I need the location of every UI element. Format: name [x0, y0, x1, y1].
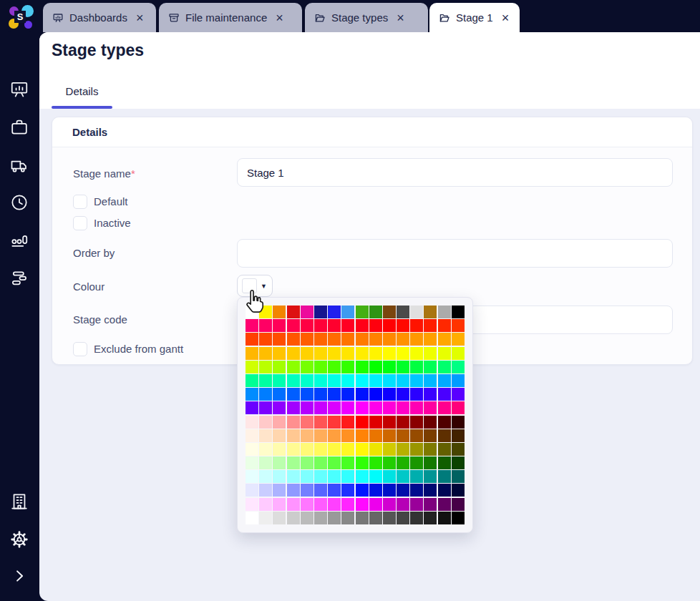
- palette-swatch[interactable]: [369, 333, 382, 346]
- palette-swatch[interactable]: [369, 498, 382, 511]
- palette-swatch[interactable]: [356, 388, 369, 401]
- palette-swatch[interactable]: [397, 512, 409, 524]
- palette-swatch[interactable]: [410, 319, 423, 332]
- palette-swatch[interactable]: [328, 416, 341, 429]
- default-checkbox[interactable]: [73, 195, 87, 209]
- palette-swatch[interactable]: [273, 429, 286, 442]
- palette-swatch[interactable]: [397, 401, 409, 414]
- palette-swatch[interactable]: [273, 306, 286, 318]
- palette-swatch[interactable]: [438, 319, 451, 332]
- palette-swatch[interactable]: [273, 374, 286, 387]
- palette-swatch[interactable]: [341, 374, 354, 387]
- palette-swatch[interactable]: [424, 443, 437, 456]
- palette-swatch[interactable]: [410, 484, 423, 497]
- palette-swatch[interactable]: [410, 456, 423, 469]
- palette-swatch[interactable]: [301, 374, 313, 387]
- palette-swatch[interactable]: [369, 470, 382, 483]
- palette-swatch[interactable]: [328, 484, 341, 497]
- palette-swatch[interactable]: [259, 470, 272, 483]
- palette-swatch[interactable]: [301, 443, 313, 456]
- palette-swatch[interactable]: [438, 388, 451, 401]
- palette-swatch[interactable]: [438, 347, 451, 360]
- palette-swatch[interactable]: [410, 470, 423, 483]
- palette-swatch[interactable]: [341, 401, 354, 414]
- palette-swatch[interactable]: [287, 443, 300, 456]
- palette-swatch[interactable]: [246, 470, 258, 483]
- palette-swatch[interactable]: [259, 456, 272, 469]
- palette-swatch[interactable]: [328, 512, 341, 524]
- palette-swatch[interactable]: [410, 347, 423, 360]
- palette-swatch[interactable]: [328, 347, 341, 360]
- palette-swatch[interactable]: [452, 498, 465, 511]
- palette-swatch[interactable]: [314, 429, 327, 442]
- palette-swatch[interactable]: [287, 319, 300, 332]
- palette-swatch[interactable]: [424, 333, 437, 346]
- palette-swatch[interactable]: [341, 361, 354, 373]
- palette-swatch[interactable]: [383, 484, 396, 497]
- palette-swatch[interactable]: [301, 484, 313, 497]
- palette-swatch[interactable]: [314, 347, 327, 360]
- palette-swatch[interactable]: [383, 347, 396, 360]
- palette-swatch[interactable]: [424, 306, 437, 318]
- palette-swatch[interactable]: [259, 374, 272, 387]
- palette-swatch[interactable]: [328, 319, 341, 332]
- palette-swatch[interactable]: [369, 512, 382, 524]
- palette-swatch[interactable]: [273, 456, 286, 469]
- palette-swatch[interactable]: [246, 347, 258, 360]
- palette-swatch[interactable]: [356, 416, 369, 429]
- palette-swatch[interactable]: [383, 443, 396, 456]
- palette-swatch[interactable]: [424, 401, 437, 414]
- palette-swatch[interactable]: [356, 333, 369, 346]
- palette-swatch[interactable]: [438, 470, 451, 483]
- palette-swatch[interactable]: [246, 498, 258, 511]
- palette-swatch[interactable]: [273, 401, 286, 414]
- palette-swatch[interactable]: [273, 333, 286, 346]
- palette-swatch[interactable]: [438, 443, 451, 456]
- palette-swatch[interactable]: [410, 374, 423, 387]
- palette-swatch[interactable]: [328, 498, 341, 511]
- palette-swatch[interactable]: [452, 484, 465, 497]
- palette-swatch[interactable]: [410, 306, 423, 318]
- palette-swatch[interactable]: [259, 319, 272, 332]
- palette-swatch[interactable]: [246, 416, 258, 429]
- palette-swatch[interactable]: [397, 416, 409, 429]
- palette-swatch[interactable]: [410, 512, 423, 524]
- palette-swatch[interactable]: [301, 306, 313, 318]
- palette-swatch[interactable]: [438, 361, 451, 373]
- palette-swatch[interactable]: [287, 484, 300, 497]
- palette-swatch[interactable]: [452, 470, 465, 483]
- palette-swatch[interactable]: [246, 388, 258, 401]
- palette-swatch[interactable]: [369, 361, 382, 373]
- palette-swatch[interactable]: [424, 484, 437, 497]
- palette-swatch[interactable]: [452, 443, 465, 456]
- palette-swatch[interactable]: [383, 512, 396, 524]
- colour-dropdown-button[interactable]: ▼: [237, 275, 273, 297]
- palette-swatch[interactable]: [397, 361, 409, 373]
- palette-swatch[interactable]: [314, 416, 327, 429]
- palette-swatch[interactable]: [314, 456, 327, 469]
- palette-swatch[interactable]: [246, 374, 258, 387]
- sidebar-item-company[interactable]: [9, 492, 29, 512]
- palette-swatch[interactable]: [410, 333, 423, 346]
- palette-swatch[interactable]: [356, 512, 369, 524]
- palette-swatch[interactable]: [314, 443, 327, 456]
- palette-swatch[interactable]: [369, 456, 382, 469]
- palette-swatch[interactable]: [383, 429, 396, 442]
- palette-swatch[interactable]: [287, 498, 300, 511]
- palette-swatch[interactable]: [438, 484, 451, 497]
- palette-swatch[interactable]: [273, 443, 286, 456]
- palette-swatch[interactable]: [287, 470, 300, 483]
- palette-swatch[interactable]: [341, 416, 354, 429]
- palette-swatch[interactable]: [383, 498, 396, 511]
- palette-swatch[interactable]: [424, 429, 437, 442]
- palette-swatch[interactable]: [424, 470, 437, 483]
- palette-swatch[interactable]: [341, 319, 354, 332]
- palette-swatch[interactable]: [438, 498, 451, 511]
- palette-swatch[interactable]: [273, 347, 286, 360]
- palette-swatch[interactable]: [314, 333, 327, 346]
- palette-swatch[interactable]: [356, 498, 369, 511]
- palette-swatch[interactable]: [341, 347, 354, 360]
- sidebar-expand-button[interactable]: [9, 566, 29, 586]
- palette-swatch[interactable]: [314, 401, 327, 414]
- sidebar-item-planning[interactable]: [9, 268, 29, 288]
